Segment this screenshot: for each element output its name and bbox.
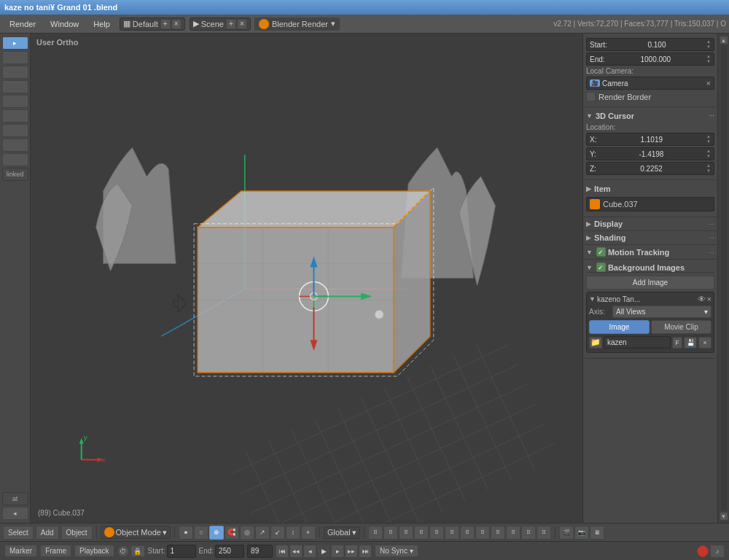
pivot-point-btn[interactable]: ⊕	[209, 526, 224, 540]
bg-tab-movie[interactable]: Movie Clip	[651, 320, 712, 334]
bg-tab-image[interactable]: Image	[589, 320, 650, 334]
layer-9[interactable]: ⠿	[491, 526, 505, 540]
sidebar-view-btn[interactable]: ▸	[2, 36, 28, 50]
shading-section-header[interactable]: ▶ Shading ···	[583, 231, 717, 245]
next-frame-btn[interactable]: ▸	[331, 545, 344, 558]
camera-row[interactable]: 🎥 Camera ×	[586, 77, 714, 90]
nosync-selector[interactable]: No Sync ▾	[375, 545, 418, 557]
end-frame-field[interactable]: 250	[215, 545, 244, 558]
render-btn-3[interactable]: 🖥	[590, 526, 604, 540]
add-image-button[interactable]: Add Image	[586, 276, 714, 289]
bg-images-checkbox[interactable]: ✓	[596, 262, 606, 272]
clip-end-field[interactable]: End: 1000.000 ▲▼	[586, 52, 714, 66]
sidebar-at-btn[interactable]: at	[2, 492, 28, 505]
current-frame-field[interactable]: 89	[247, 545, 273, 558]
sidebar-btn-8[interactable]	[2, 153, 28, 166]
sidebar-btn-3[interactable]	[2, 80, 28, 93]
prev-frame-btn[interactable]: ◂	[303, 545, 316, 558]
layer-8[interactable]: ⠿	[475, 526, 490, 540]
record-btn[interactable]	[697, 545, 709, 557]
display-section-header[interactable]: ▶ Display ···	[583, 217, 717, 231]
transform-btn-2[interactable]: ↙	[270, 526, 285, 540]
far-right-bottom-btn[interactable]: ▼	[720, 512, 728, 521]
bg-file-save-btn[interactable]: 💾	[684, 337, 697, 349]
sidebar-btn-5[interactable]	[2, 109, 28, 122]
camera-remove-btn[interactable]: ×	[706, 79, 711, 88]
render-engine-selector[interactable]: Blender Render ▾	[254, 17, 340, 31]
layer-3[interactable]: ⠿	[399, 526, 413, 540]
playback-btn[interactable]: Playback	[74, 545, 114, 557]
prev-keyframe-btn[interactable]: ◂◂	[289, 545, 303, 558]
far-right-top-btn[interactable]: ▲	[720, 36, 728, 44]
transform-btn-3[interactable]: ↕	[286, 526, 300, 540]
layout-add-btn[interactable]: +	[160, 19, 171, 29]
jump-start-btn[interactable]: ⏮	[276, 545, 289, 558]
bg-file-delete-btn[interactable]: ×	[698, 337, 712, 349]
mode-selector[interactable]: Object Mode ▾	[101, 526, 171, 539]
viewport[interactable]: User Ortho	[31, 34, 582, 523]
render-preview-btn[interactable]: 🎬	[559, 526, 574, 540]
bg-file-open-icon[interactable]: 📁	[589, 337, 602, 349]
start-frame-field[interactable]: 1	[167, 545, 196, 558]
item-section-header[interactable]: ▶ Item	[586, 183, 714, 195]
lock-icon[interactable]: 🔒	[130, 545, 145, 557]
sidebar-btn-7[interactable]	[2, 139, 28, 152]
render-menu[interactable]: Render	[3, 17, 42, 31]
cube-icon	[590, 199, 600, 209]
layer-5[interactable]: ⠿	[429, 526, 444, 540]
cursor-y-field[interactable]: Y: -1.4198 ▲▼	[586, 147, 714, 160]
bg-file-f-btn[interactable]: F	[672, 337, 682, 349]
select-btn[interactable]: Select	[3, 526, 34, 540]
render-btn-2[interactable]: 📷	[574, 526, 589, 540]
cursor-z-field[interactable]: Z: 0.2252 ▲▼	[586, 162, 714, 175]
play-btn[interactable]: ▶	[317, 545, 330, 558]
sidebar-bottom-btn[interactable]: ◂	[2, 507, 28, 520]
cursor-x-field[interactable]: X: 1.1019 ▲▼	[586, 133, 714, 146]
motion-tracking-section-header[interactable]: ▼ ✓ Motion Tracking ···	[583, 245, 717, 260]
window-menu[interactable]: Window	[44, 17, 85, 31]
sidebar-btn-2[interactable]	[2, 66, 28, 79]
layout-remove-btn[interactable]: ×	[171, 19, 182, 29]
frame-btn[interactable]: Frame	[40, 545, 71, 557]
layer-11[interactable]: ⠿	[521, 526, 536, 540]
snap-btn[interactable]: 🧲	[225, 526, 239, 540]
bg-remove-btn[interactable]: ×	[707, 295, 712, 303]
item-cube-row[interactable]: Cube.037	[586, 197, 714, 211]
motion-tracking-checkbox[interactable]: ✓	[596, 247, 606, 257]
bg-expand-icon[interactable]: ▼	[589, 295, 596, 303]
bg-eye-icon[interactable]: 👁	[698, 295, 706, 303]
transform-btn-4[interactable]: ⌖	[301, 526, 316, 540]
sidebar-btn-6[interactable]	[2, 124, 28, 137]
layer-6[interactable]: ⠿	[445, 526, 459, 540]
background-images-header[interactable]: ▼ ✓ Background Images	[586, 262, 714, 273]
bg-axis-dropdown[interactable]: All Views ▾	[612, 306, 712, 318]
viewport-shading-wire[interactable]: ○	[194, 526, 208, 540]
sidebar-linked-btn[interactable]: linked	[2, 168, 28, 181]
scene-selector[interactable]: ▶ Scene + ×	[190, 18, 251, 31]
next-keyframe-btn[interactable]: ▸▸	[345, 545, 358, 558]
help-menu[interactable]: Help	[87, 17, 117, 31]
object-btn[interactable]: Object	[61, 526, 93, 540]
clip-start-field[interactable]: Start: 0.100 ▲▼	[586, 38, 714, 51]
layer-10[interactable]: ⠿	[506, 526, 521, 540]
layer-4[interactable]: ⠿	[414, 526, 429, 540]
layer-7[interactable]: ⠿	[460, 526, 475, 540]
layout-selector[interactable]: ▦ Default + ×	[120, 18, 185, 31]
viewport-shading-solid[interactable]: ●	[179, 526, 193, 540]
audio-btn[interactable]: ♪	[710, 545, 725, 558]
transform-orientation-btn[interactable]: ↗	[255, 526, 270, 540]
sidebar-btn-1[interactable]	[2, 51, 28, 64]
jump-end-btn[interactable]: ⏭	[359, 545, 372, 558]
cursor-section-header[interactable]: ▼ 3D Cursor ···	[586, 110, 714, 122]
render-border-checkbox[interactable]	[586, 92, 596, 101]
scene-add-btn[interactable]: +	[226, 19, 236, 29]
layer-12[interactable]: ⠿	[537, 526, 551, 540]
scene-remove-btn[interactable]: ×	[237, 19, 247, 29]
sidebar-btn-4[interactable]	[2, 95, 28, 108]
transform-orientation-selector[interactable]: Global ▾	[324, 526, 360, 539]
proportional-edit-btn[interactable]: ◎	[240, 526, 254, 540]
layer-1[interactable]: ⠿	[368, 526, 383, 540]
layer-2[interactable]: ⠿	[383, 526, 398, 540]
add-btn[interactable]: Add	[36, 526, 59, 540]
marker-btn[interactable]: Marker	[4, 545, 37, 557]
